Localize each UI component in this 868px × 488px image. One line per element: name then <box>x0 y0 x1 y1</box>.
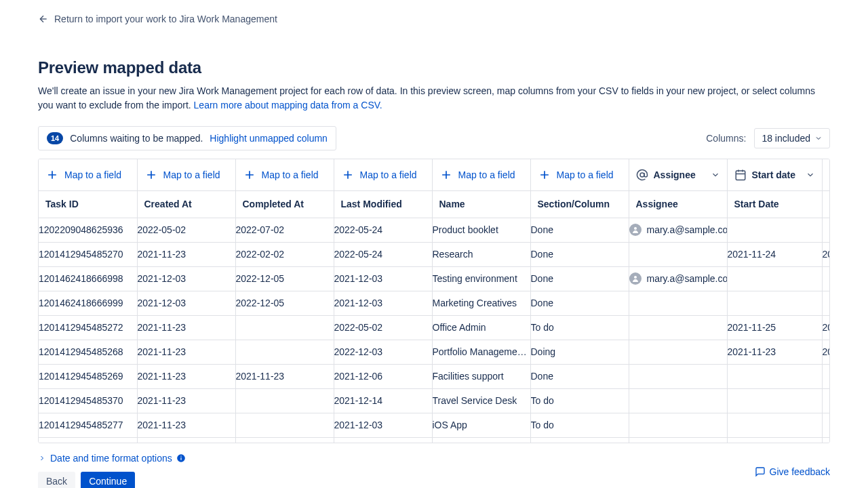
cell-assignee <box>629 388 727 413</box>
table-row: 12022090486259362022-05-022022-07-022022… <box>39 218 830 242</box>
cell-last-modified: 2021-12-03 <box>334 291 432 315</box>
table-row: 12014129454853702021-11-232021-12-14Trav… <box>39 388 830 413</box>
cell-last-modified: 2021-12-06 <box>334 364 432 388</box>
mapped-field-assignee: Assignee <box>654 169 696 180</box>
chevron-down-icon <box>814 134 823 142</box>
map-header-start-date[interactable]: Start date <box>727 159 822 190</box>
cell-last-modified: 2022-12-03 <box>334 340 432 364</box>
cell-task-id: 1201412945485272 <box>39 315 137 340</box>
cell-last-modified: 2022-05-24 <box>334 218 432 242</box>
map-header-assignee[interactable]: Assignee <box>629 159 727 190</box>
cell-assignee <box>629 291 727 315</box>
page-title: Preview mapped data <box>38 58 830 77</box>
continue-button[interactable]: Continue <box>81 472 135 488</box>
column-header-completed-at: Completed At <box>235 190 334 218</box>
cell-created-at: 2022-05-02 <box>137 218 235 242</box>
columns-dropdown-value: 18 included <box>762 133 810 144</box>
map-header-created-at[interactable]: Map to a field <box>137 159 235 190</box>
cell-name: Research <box>432 242 530 266</box>
cell-due-date <box>822 266 830 291</box>
cell-created-at: 2021-11-23 <box>137 340 235 364</box>
unmapped-text: Columns waiting to be mapped. <box>70 133 203 144</box>
cell-created-at: 2021-11-23 <box>137 388 235 413</box>
map-label: Map to a field <box>360 169 417 180</box>
chevron-down-icon <box>711 170 720 180</box>
avatar-icon <box>629 224 642 236</box>
map-header-due-date[interactable] <box>822 159 830 190</box>
cell-due-date: 202 <box>822 315 830 340</box>
date-time-format-expander[interactable]: Date and time format options <box>38 453 186 464</box>
cell-start-date <box>727 413 822 437</box>
cell-created-at: 2021-11-23 <box>137 413 235 437</box>
highlight-unmapped-link[interactable]: Highlight unmapped column <box>210 133 328 144</box>
svg-rect-1 <box>736 171 745 180</box>
map-header-last-modified[interactable]: Map to a field <box>334 159 432 190</box>
unmapped-columns-box: 14 Columns waiting to be mapped. Highlig… <box>38 126 336 150</box>
cell-name: Office Admin <box>432 315 530 340</box>
column-header-created-at: Created At <box>137 190 235 218</box>
avatar-icon <box>629 272 642 285</box>
page-description: We'll create an issue in your new Jira W… <box>38 84 830 113</box>
cell-section: To do <box>530 388 629 413</box>
cell-name: iOS App <box>432 413 530 437</box>
cell-due-date: 202 <box>822 340 830 364</box>
cell-due-date <box>822 364 830 388</box>
svg-point-4 <box>634 276 637 279</box>
back-link-label: Return to import your work to Jira Work … <box>54 14 277 24</box>
svg-rect-7 <box>180 456 181 457</box>
cell-start-date <box>727 218 822 242</box>
assignee-chip: mary.a@sample.com <box>629 272 727 285</box>
map-header-name[interactable]: Map to a field <box>432 159 530 190</box>
columns-included-dropdown[interactable]: 18 included <box>754 128 830 148</box>
cell-completed-at: 2022-02-02 <box>235 242 334 266</box>
back-link[interactable]: Return to import your work to Jira Work … <box>38 14 277 24</box>
cell-task-id <box>39 437 137 443</box>
cell-created-at: 2021-11-23 <box>137 242 235 266</box>
cell-section: To do <box>530 315 629 340</box>
assignee-chip: mary.a@sample.com <box>629 224 727 236</box>
cell-completed-at <box>235 388 334 413</box>
cell-name: Testing environment <box>432 266 530 291</box>
cell-completed-at <box>235 340 334 364</box>
cell-due-date <box>822 218 830 242</box>
cell-created-at: 2021-11-23 <box>137 364 235 388</box>
cell-completed-at: 2022-07-02 <box>235 218 334 242</box>
back-button[interactable]: Back <box>38 472 75 488</box>
map-header-task-id[interactable]: Map to a field <box>39 159 137 190</box>
plus-icon <box>243 168 256 182</box>
cell-last-modified <box>334 437 432 443</box>
cell-start-date: 2021-11-23 <box>727 340 822 364</box>
column-headers-row: Task ID Created At Completed At Last Mod… <box>39 190 830 218</box>
cell-assignee <box>629 340 727 364</box>
learn-more-link[interactable]: Learn more about mapping data from a CSV… <box>194 100 382 110</box>
cell-start-date <box>727 437 822 443</box>
svg-rect-6 <box>180 458 181 460</box>
table-row: 12014129454852692021-11-232021-11-232021… <box>39 364 830 388</box>
cell-task-id: 1201412945485370 <box>39 388 137 413</box>
columns-label: Columns: <box>706 133 746 144</box>
cell-section: Done <box>530 242 629 266</box>
map-header-completed-at[interactable]: Map to a field <box>235 159 334 190</box>
cell-created-at: 2021-12-03 <box>137 291 235 315</box>
cell-created-at: 2021-12-03 <box>137 266 235 291</box>
map-header-section[interactable]: Map to a field <box>530 159 629 190</box>
table-row <box>39 437 830 443</box>
cell-completed-at <box>235 413 334 437</box>
cell-task-id: 1201412945485269 <box>39 364 137 388</box>
column-header-due-date: Due <box>822 190 830 218</box>
column-header-section: Section/Column <box>530 190 629 218</box>
cell-name: Product booklet <box>432 218 530 242</box>
chevron-down-icon <box>806 170 815 180</box>
cell-start-date: 2021-11-25 <box>727 315 822 340</box>
cell-assignee <box>629 437 727 443</box>
give-feedback-link[interactable]: Give feedback <box>755 466 831 477</box>
give-feedback-label: Give feedback <box>770 466 831 477</box>
table-row: 12014624186669982021-12-032022-12-052021… <box>39 266 830 291</box>
cell-task-id: 1201412945485277 <box>39 413 137 437</box>
cell-due-date: 202 <box>822 242 830 266</box>
plus-icon <box>45 168 59 182</box>
cell-section: Done <box>530 266 629 291</box>
table-row: 12014129454852722021-11-232022-05-02Offi… <box>39 315 830 340</box>
cell-assignee <box>629 413 727 437</box>
table-row: 12014129454852682021-11-232022-12-03Port… <box>39 340 830 364</box>
